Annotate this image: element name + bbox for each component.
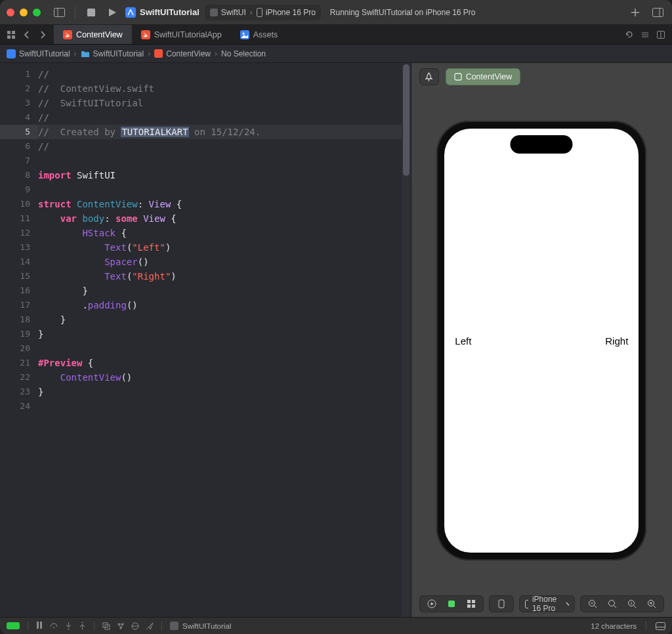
step-into-icon[interactable] bbox=[65, 622, 72, 630]
selectable-preview-icon[interactable] bbox=[444, 596, 459, 612]
source-editor[interactable]: 123456789101112131415161718192021222324 … bbox=[0, 63, 411, 617]
chevron-right-icon: › bbox=[148, 49, 150, 58]
zoom-window-button[interactable] bbox=[33, 9, 41, 16]
tab-contentview[interactable]: ContentView bbox=[54, 25, 132, 44]
editor-tab-bar: ContentView SwiftUITutorialApp Assets bbox=[0, 25, 672, 45]
footer-process[interactable]: SwiftUITutorial bbox=[170, 622, 231, 630]
debug-view-hierarchy-icon[interactable] bbox=[102, 622, 110, 630]
svg-line-43 bbox=[634, 606, 637, 608]
toolbar-right bbox=[627, 5, 665, 20]
breadcrumb-selection[interactable]: No Selection bbox=[221, 49, 266, 58]
app-icon bbox=[210, 9, 218, 16]
toggle-navigator-icon[interactable] bbox=[51, 5, 67, 20]
svg-point-54 bbox=[82, 622, 83, 623]
variants-icon[interactable] bbox=[463, 596, 479, 612]
running-indicator-icon bbox=[7, 622, 20, 629]
tab-assets[interactable]: Assets bbox=[231, 25, 287, 44]
zoom-out-icon[interactable] bbox=[585, 596, 600, 612]
svg-text:1: 1 bbox=[630, 601, 633, 605]
close-window-button[interactable] bbox=[7, 9, 14, 16]
view-icon bbox=[454, 73, 462, 81]
zoom-actual-icon[interactable]: 1 bbox=[624, 596, 640, 612]
svg-rect-32 bbox=[467, 604, 471, 608]
debug-bar: SwiftUITutorial 12 characters bbox=[0, 617, 672, 634]
svg-rect-12 bbox=[12, 31, 15, 34]
svg-point-39 bbox=[609, 601, 615, 606]
refresh-icon[interactable] bbox=[625, 30, 634, 39]
live-preview-icon[interactable] bbox=[424, 596, 440, 612]
jump-bar: SwiftUITutorial › SwiftUITutorial › Cont… bbox=[0, 45, 672, 63]
separator bbox=[28, 622, 28, 631]
proj-icon bbox=[7, 49, 16, 58]
toolbar: SwiftUITutorial SwiftUI › iPhone 16 Pro … bbox=[0, 0, 672, 25]
svg-rect-14 bbox=[12, 35, 15, 39]
toggle-debug-area-icon[interactable] bbox=[656, 622, 665, 630]
scrollbar-thumb[interactable] bbox=[403, 64, 410, 176]
add-tab-icon[interactable] bbox=[627, 5, 643, 20]
chevron-right-icon: › bbox=[215, 49, 217, 58]
debug-memory-graph-icon[interactable] bbox=[117, 622, 125, 630]
label-left: Left bbox=[455, 335, 471, 347]
toggle-inspector-icon[interactable] bbox=[650, 5, 665, 20]
svg-line-40 bbox=[614, 606, 617, 608]
preview-canvas[interactable]: Left Right bbox=[411, 91, 672, 591]
separator bbox=[161, 622, 162, 631]
svg-line-47 bbox=[654, 606, 656, 608]
preview-top-bar: ContentView bbox=[411, 63, 672, 91]
scheme-selector[interactable]: SwiftUITutorial bbox=[125, 7, 200, 18]
svg-rect-26 bbox=[455, 74, 461, 80]
step-over-icon[interactable] bbox=[49, 622, 58, 630]
related-items-icon[interactable] bbox=[4, 28, 18, 42]
breadcrumb-project[interactable]: SwiftUITutorial bbox=[7, 49, 70, 58]
activity-status: Running SwiftUITutorial on iPhone 16 Pro bbox=[330, 8, 476, 17]
breadcrumb-file[interactable]: ContentView bbox=[154, 49, 211, 58]
zoom-in-icon[interactable] bbox=[644, 596, 660, 612]
svg-point-52 bbox=[68, 629, 70, 630]
dest-device: iPhone 16 Pro bbox=[257, 8, 316, 17]
code-area[interactable]: //// ContentView.swift// SwiftUITutorial… bbox=[38, 63, 403, 617]
breadcrumb-folder[interactable]: SwiftUITutorial bbox=[81, 49, 144, 58]
chevron-down-icon bbox=[566, 602, 569, 606]
svg-rect-64 bbox=[656, 622, 665, 629]
assets-icon bbox=[240, 30, 249, 39]
simulate-location-icon[interactable] bbox=[146, 622, 154, 630]
main-split: 123456789101112131415161718192021222324 … bbox=[0, 63, 672, 617]
adjust-editor-icon[interactable] bbox=[640, 30, 650, 39]
svg-rect-2 bbox=[87, 9, 95, 16]
svg-rect-11 bbox=[7, 31, 10, 34]
pin-preview-button[interactable] bbox=[419, 68, 439, 85]
pause-icon[interactable] bbox=[36, 622, 43, 630]
preview-device-selector[interactable]: iPhone 16 Pro bbox=[519, 595, 575, 612]
xcode-window: SwiftUITutorial SwiftUI › iPhone 16 Pro … bbox=[0, 0, 672, 634]
svg-rect-49 bbox=[40, 622, 42, 629]
tab-swiftuitutorialapp[interactable]: SwiftUITutorialApp bbox=[132, 25, 231, 44]
tab-label: ContentView bbox=[76, 30, 123, 39]
device-frame: Left Right bbox=[436, 121, 646, 560]
preview-selector-chip[interactable]: ContentView bbox=[446, 68, 521, 85]
svg-rect-5 bbox=[210, 9, 218, 16]
add-editor-icon[interactable] bbox=[656, 30, 665, 39]
stop-button-icon[interactable] bbox=[83, 5, 99, 20]
forward-button-icon[interactable] bbox=[35, 28, 50, 42]
editor-scrollbar[interactable] bbox=[402, 63, 411, 617]
tab-label: Assets bbox=[253, 30, 278, 39]
device-settings-icon[interactable] bbox=[494, 596, 509, 612]
svg-rect-48 bbox=[37, 622, 39, 629]
project-icon bbox=[125, 7, 136, 18]
back-button-icon[interactable] bbox=[20, 28, 34, 42]
label-right: Right bbox=[605, 335, 628, 347]
preview-bottom-bar: iPhone 16 Pro 1 bbox=[411, 591, 672, 617]
chevron-right-icon: › bbox=[74, 49, 77, 58]
run-destination[interactable]: SwiftUI › iPhone 16 Pro bbox=[205, 5, 321, 20]
debug-status bbox=[7, 622, 20, 629]
iphone-icon bbox=[525, 600, 528, 608]
run-button-icon[interactable] bbox=[104, 5, 120, 20]
svg-rect-34 bbox=[499, 600, 504, 608]
zoom-fit-icon[interactable] bbox=[604, 596, 620, 612]
svg-point-18 bbox=[242, 32, 244, 34]
iphone-icon bbox=[257, 8, 262, 17]
minimize-window-button[interactable] bbox=[20, 9, 28, 16]
environment-overrides-icon[interactable] bbox=[131, 622, 139, 630]
svg-rect-63 bbox=[170, 622, 178, 630]
step-out-icon[interactable] bbox=[79, 622, 86, 630]
